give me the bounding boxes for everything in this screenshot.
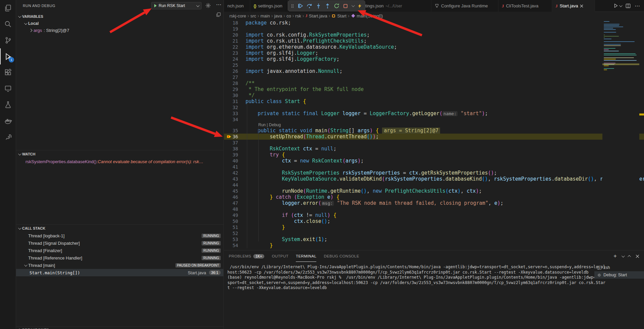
code-line[interactable]: 49 if (ctx != null) { <box>224 212 644 218</box>
split-editor-icon[interactable] <box>626 3 631 8</box>
line-number[interactable]: 45 <box>224 188 246 194</box>
breadcrumb-item[interactable]: rsk <box>295 13 301 18</box>
stop-icon[interactable] <box>343 3 348 9</box>
code-line[interactable]: 45 runNode(Runtime.getRuntime(), new Pre… <box>224 188 644 194</box>
code-line[interactable]: 28/** <box>224 80 644 86</box>
code-line[interactable]: 21import co.rsk.util.PreflightChecksUtil… <box>224 38 644 44</box>
chevron-down-icon[interactable] <box>622 254 625 257</box>
line-number[interactable]: 23 <box>224 50 246 56</box>
continue-icon[interactable] <box>298 3 303 9</box>
code-line[interactable]: 32 <box>224 104 644 110</box>
code-line[interactable]: 33 private static final Logger logger = … <box>224 110 644 116</box>
breadcrumb-item[interactable]: co <box>286 13 291 18</box>
editor-scrollbar[interactable] <box>639 20 644 250</box>
code-line[interactable]: 27 <box>224 74 644 80</box>
code-line[interactable]: 39 try { <box>224 152 644 158</box>
code-editor[interactable]: 18package co.rsk;1920import co.rsk.confi… <box>224 20 644 250</box>
variable-args[interactable]: args: String[2]@7 <box>16 27 223 34</box>
watch-header[interactable]: WATCH <box>16 150 223 158</box>
line-number[interactable]: 24 <box>224 56 246 62</box>
line-number[interactable]: 25 <box>224 62 246 68</box>
tab-output[interactable]: OUTPUT <box>272 250 288 262</box>
line-number[interactable]: 44 <box>224 182 246 188</box>
breadcrumb-member[interactable]: main(String[]) <box>357 13 383 18</box>
code-line[interactable]: 44 <box>224 182 644 188</box>
code-line[interactable]: 54 } <box>224 242 644 248</box>
docker-icon[interactable] <box>0 113 16 129</box>
tab-clitoolstest-java[interactable]: JCliToolsTest.java <box>498 0 552 12</box>
terminal-item-debug-start[interactable]: Debug: Start <box>594 271 644 279</box>
code-line[interactable]: 42 RskSystemProperties rskSystemProperti… <box>224 170 644 176</box>
code-line[interactable]: 18package co.rsk; <box>224 20 644 26</box>
new-terminal-icon[interactable]: + <box>613 254 617 258</box>
line-number[interactable]: 47 <box>224 200 246 206</box>
line-number[interactable]: 31 <box>224 98 246 104</box>
tab-terminal[interactable]: TERMINAL <box>296 250 316 262</box>
scope-local[interactable]: Local <box>16 20 223 27</box>
code-line[interactable]: 36 setUpThread(Thread.currentThread()); <box>224 134 644 140</box>
line-number[interactable]: 32 <box>224 104 246 110</box>
line-number[interactable]: 26 <box>224 68 246 74</box>
drag-handle-icon[interactable] <box>291 3 294 9</box>
code-line[interactable]: 23import org.slf4j.Logger; <box>224 50 644 56</box>
tab-start-java[interactable]: JStart.java <box>552 0 595 12</box>
line-number[interactable]: 33 <box>224 110 246 116</box>
line-number[interactable]: 49 <box>224 212 246 218</box>
line-number[interactable]: 27 <box>224 74 246 80</box>
remote-explorer-icon[interactable] <box>0 81 16 97</box>
line-number[interactable]: 51 <box>224 224 246 230</box>
breadcrumb-item[interactable]: java <box>274 13 282 18</box>
call-stack-thread[interactable]: Thread [Reference Handler]RUNNING <box>16 254 223 262</box>
minimap[interactable] <box>602 20 639 250</box>
breadcrumb-item[interactable]: main <box>261 13 270 18</box>
code-line[interactable]: 35 public static void main(String[] args… <box>224 128 644 134</box>
code-line[interactable]: 43 KeyValueDataSource.validateDbKind(rsk… <box>224 176 644 182</box>
code-line[interactable]: 29 * The entrypoint for the RSK full nod… <box>224 86 644 92</box>
hot-code-replace-icon[interactable] <box>357 3 362 9</box>
call-stack-thread[interactable]: Thread [Finalizer]RUNNING <box>16 247 223 254</box>
chevron-down-icon[interactable] <box>619 4 623 7</box>
line-number[interactable]: 52 <box>224 230 246 236</box>
code-line[interactable]: 48 <box>224 206 644 212</box>
line-number[interactable]: 34 <box>224 116 246 123</box>
call-stack-frame[interactable]: Start.main(String[])Start.java36:1 <box>16 269 223 276</box>
run-play-icon[interactable] <box>154 4 157 7</box>
line-number[interactable]: 50 <box>224 218 246 224</box>
line-number[interactable]: 37 <box>224 140 246 146</box>
tab-problems[interactable]: PROBLEMS1K+ <box>229 250 264 262</box>
line-number[interactable]: 29 <box>224 86 246 92</box>
line-number[interactable]: 54 <box>224 242 246 248</box>
tab-launch-json[interactable]: nch.json <box>224 0 250 12</box>
terminal-output[interactable]: /usr/bin/env /Library/Internet\ Plug-Ins… <box>227 265 593 291</box>
code-line[interactable]: 53 System.exit(1); <box>224 236 644 242</box>
code-line[interactable]: 46 } catch (Exception e) { <box>224 194 644 200</box>
line-number[interactable]: 18 <box>224 20 246 26</box>
close-icon[interactable] <box>580 4 583 8</box>
breadcrumb-item[interactable]: rskj-core <box>229 13 246 18</box>
code-line[interactable]: 50 ctx.close(); <box>224 218 644 224</box>
tab-debug-console[interactable]: DEBUG CONSOLE <box>324 250 359 262</box>
code-line[interactable]: 38 RskContext ctx = null; <box>224 146 644 152</box>
testing-icon[interactable] <box>0 97 16 113</box>
code-line[interactable]: 40 ctx = new RskContext(args); <box>224 158 644 164</box>
step-out-icon[interactable] <box>325 3 330 9</box>
line-number[interactable]: 22 <box>224 44 246 50</box>
line-number[interactable]: 38 <box>224 146 246 152</box>
search-icon[interactable] <box>0 16 16 32</box>
code-line[interactable]: 37 <box>224 140 644 146</box>
chevron-down-icon[interactable] <box>196 4 200 7</box>
code-line[interactable]: 19 <box>224 26 644 32</box>
line-number[interactable]: 53 <box>224 236 246 242</box>
code-line[interactable]: 25 <box>224 62 644 68</box>
extensions-icon[interactable] <box>0 64 16 81</box>
line-number[interactable]: 40 <box>224 158 246 164</box>
breadcrumb-item[interactable]: src <box>251 13 256 18</box>
tab-settings-json[interactable]: {}settings.json <box>250 0 288 12</box>
tab-configure-java-runtime[interactable]: Configure Java Runtime <box>431 0 498 12</box>
line-number[interactable]: 21 <box>224 38 246 44</box>
call-stack-thread[interactable]: Thread [Signal Dispatcher]RUNNING <box>16 239 223 247</box>
step-over-icon[interactable] <box>307 3 312 9</box>
line-number[interactable]: 43 <box>224 176 246 182</box>
code-line[interactable]: 24import org.slf4j.LoggerFactory; <box>224 56 644 62</box>
call-stack-header[interactable]: CALL STACK <box>16 225 223 232</box>
